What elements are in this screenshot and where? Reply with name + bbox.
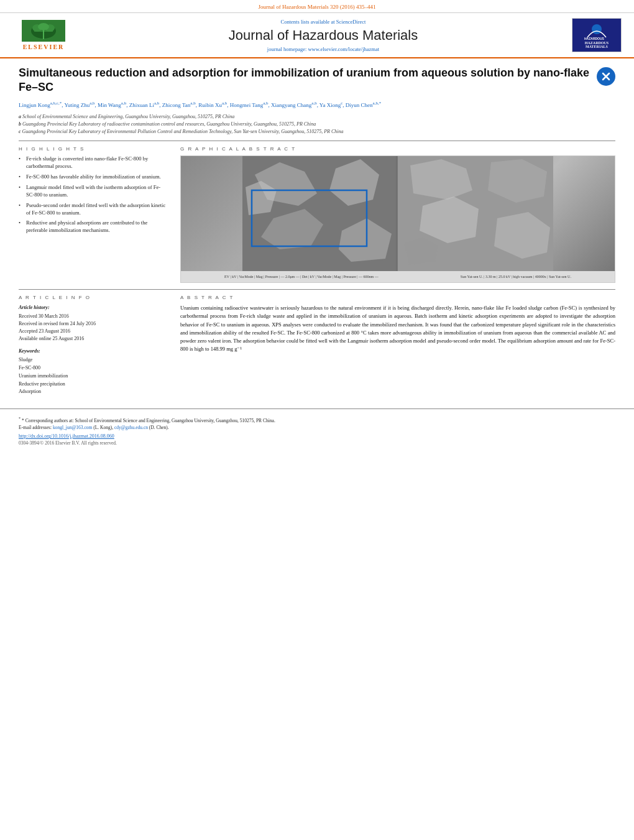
email2-link[interactable]: cdy@gzhu.edu.cn bbox=[114, 425, 148, 430]
highlights-column: H I G H L I G H T S Fe-rich sludge is co… bbox=[19, 146, 168, 283]
separator-1 bbox=[19, 141, 615, 141]
highlight-item-4: Pseudo-second order model fitted well wi… bbox=[19, 202, 168, 217]
footer: * * Corresponding authors at: School of … bbox=[0, 408, 634, 452]
email1-author: (L. Kong), bbox=[93, 425, 113, 430]
elsevier-label: ELSEVIER bbox=[23, 44, 65, 50]
scale-info-left: EV | kV | VacMode | Mag | Pressure | — 2… bbox=[224, 275, 379, 279]
image-info-strip: EV | kV | VacMode | Mag | Pressure | — 2… bbox=[181, 271, 615, 282]
homepage-label: journal homepage: bbox=[267, 46, 307, 52]
citation-text: Journal of Hazardous Materials 320 (2016… bbox=[259, 4, 376, 10]
affiliation-c: c Guangdong Provincial Key Laboratory of… bbox=[19, 128, 615, 136]
received-date: Received 30 March 2016 bbox=[19, 313, 168, 320]
article-history-label: Article history: bbox=[19, 304, 168, 312]
highlight-item-5: Reductive and physical adsorptions are c… bbox=[19, 219, 168, 234]
article-info-heading: A R T I C L E I N F O bbox=[19, 295, 168, 300]
email-label: E-mail addresses: bbox=[19, 425, 52, 430]
article-info-content: Article history: Received 30 March 2016 … bbox=[19, 304, 168, 396]
highlight-item-1: Fe-rich sludge is converted into nano-fl… bbox=[19, 155, 168, 170]
copyright-text: 0304-3894/© 2016 Elsevier B.V. All right… bbox=[19, 440, 615, 446]
elsevier-tree-graphic bbox=[22, 20, 65, 42]
contents-line: Contents lists available at ScienceDirec… bbox=[75, 19, 572, 25]
page-wrapper: Journal of Hazardous Materials 320 (2016… bbox=[0, 0, 634, 840]
keywords-section: Keywords: Sludge Fe-SC-800 Uranium immob… bbox=[19, 348, 168, 396]
citation-bar: Journal of Hazardous Materials 320 (2016… bbox=[0, 0, 634, 13]
svg-point-8 bbox=[592, 24, 602, 34]
homepage-link[interactable]: www.elsevier.com/locate/jhazmat bbox=[308, 46, 379, 52]
svg-text:HAZARDOUS: HAZARDOUS bbox=[584, 37, 605, 40]
article-info-column: A R T I C L E I N F O Article history: R… bbox=[19, 295, 168, 396]
affiliation-a: a School of Environmental Science and En… bbox=[19, 113, 615, 121]
graphical-abstract-image bbox=[181, 156, 615, 271]
article-title-section: Simultaneous reduction and adsorption fo… bbox=[19, 66, 615, 95]
journal-header: ELSEVIER Contents lists available at Sci… bbox=[0, 13, 634, 58]
highlight-item-2: Fe-SC-800 has favorable ability for immo… bbox=[19, 173, 168, 181]
doi-link[interactable]: http://dx.doi.org/10.1016/j.jhazmat.2016… bbox=[19, 433, 615, 439]
info-abstract-section: A R T I C L E I N F O Article history: R… bbox=[19, 295, 615, 396]
main-content: Simultaneous reduction and adsorption fo… bbox=[0, 58, 634, 402]
highlights-list: Fe-rich sludge is converted into nano-fl… bbox=[19, 155, 168, 234]
graphical-abstract-heading: G R A P H I C A L A B S T R A C T bbox=[180, 146, 615, 152]
available-date: Available online 25 August 2016 bbox=[19, 335, 168, 343]
accepted-date: Accepted 23 August 2016 bbox=[19, 328, 168, 335]
crossmark-badge bbox=[597, 67, 615, 86]
article-title: Simultaneous reduction and adsorption fo… bbox=[19, 66, 590, 95]
revised-date: Received in revised form 24 July 2016 bbox=[19, 320, 168, 328]
keywords-label: Keywords: bbox=[19, 348, 168, 355]
authors-line: Lingjun Konga,b,c,*, Yuting Zhua,b, Min … bbox=[19, 100, 615, 109]
scale-info-right: Sun Yat-sen U. | 3.30 m | 25.0 kV | high… bbox=[461, 275, 571, 279]
keywords-list: Sludge Fe-SC-800 Uranium immobilization … bbox=[19, 356, 168, 396]
highlight-item-3: Langmuir model fitted well with the isot… bbox=[19, 184, 168, 199]
abstract-heading: A B S T R A C T bbox=[180, 295, 615, 300]
abstract-text: Uranium containing radioactive wastewate… bbox=[180, 304, 615, 353]
journal-title: Journal of Hazardous Materials bbox=[75, 27, 572, 44]
email2-author: (D. Chen). bbox=[149, 425, 169, 430]
highlights-heading: H I G H L I G H T S bbox=[19, 146, 168, 152]
abstract-column: A B S T R A C T Uranium containing radio… bbox=[180, 295, 615, 396]
graphical-abstract-column: G R A P H I C A L A B S T R A C T bbox=[180, 146, 615, 283]
journal-center-info: Contents lists available at ScienceDirec… bbox=[75, 19, 572, 52]
contents-label: Contents lists available at bbox=[281, 19, 335, 25]
affiliations: a School of Environmental Science and En… bbox=[19, 113, 615, 136]
corresponding-note: * * Corresponding authors at: School of … bbox=[19, 415, 615, 431]
svg-point-6 bbox=[38, 23, 49, 30]
highlights-graphical-section: H I G H L I G H T S Fe-rich sludge is co… bbox=[19, 146, 615, 283]
journal-homepage: journal homepage: www.elsevier.com/locat… bbox=[75, 46, 572, 52]
elsevier-logo: ELSEVIER bbox=[12, 18, 75, 52]
separator-2 bbox=[19, 289, 615, 290]
affiliation-b: b Guangdong Provincial Key Laboratory of… bbox=[19, 121, 615, 128]
sciencedirect-link[interactable]: ScienceDirect bbox=[336, 19, 366, 25]
hazmat-logo: HAZARDOUS HAZARDOUSMATERIALS bbox=[572, 18, 622, 52]
email1-link[interactable]: kongl_jun@163.com bbox=[53, 425, 92, 430]
